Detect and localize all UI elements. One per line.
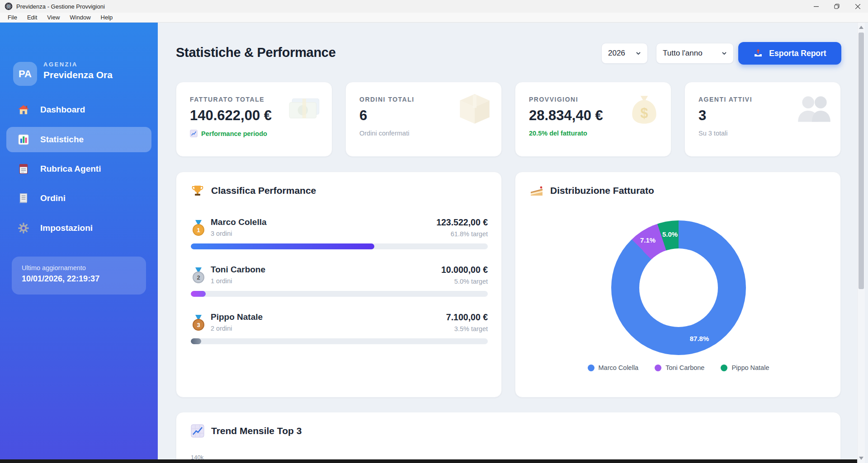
banknote-icon (286, 89, 325, 128)
package-icon (455, 89, 494, 128)
stat-card-fatturato: FATTURATO TOTALE 140.622,00 € Performanc… (176, 82, 332, 157)
restore-button[interactable] (826, 0, 847, 13)
sidebar-item-label: Statistiche (40, 135, 84, 145)
leaderboard-row: 2 Toni Carbone 1 ordini 10.000,00 € 5.0%… (191, 265, 488, 305)
stat-card-provvigioni: $ PROVVIGIONI 28.834,40 € 20.5% del fatt… (515, 82, 671, 157)
money-bag-icon: $ (625, 89, 664, 128)
window-title: Previdenza - Gestione Provvigioni (16, 3, 105, 10)
last-update-value: 10/01/2026, 22:19:37 (22, 274, 136, 284)
stat-sub: Su 3 totali (698, 130, 827, 137)
gold-medal-icon: 1 (192, 220, 205, 238)
sidebar-item-statistiche[interactable]: Statistiche (6, 127, 151, 152)
svg-text:$: $ (640, 105, 648, 121)
sidebar-item-label: Rubrica Agenti (40, 164, 101, 174)
chart-up-icon (191, 424, 204, 438)
legend-item: Marco Colella (588, 364, 639, 371)
sidebar: PA AGENZIA Previdenza Ora Dashboard Stat… (0, 23, 158, 463)
scroll-up-arrow[interactable] (859, 26, 863, 29)
progress-fill (191, 291, 206, 297)
export-report-button[interactable]: Esporta Report (738, 42, 841, 65)
menu-help[interactable]: Help (96, 13, 118, 23)
sidebar-item-ordini[interactable]: Ordini (6, 186, 151, 211)
chart-up-icon (190, 130, 198, 137)
last-update-label: Ultimo aggiornamento (22, 264, 136, 271)
menubar: File Edit View Window Help (0, 13, 868, 23)
cake-icon (530, 184, 543, 197)
stat-sub: Ordini confermati (359, 130, 488, 137)
agent-orders: 3 ordini (211, 230, 232, 237)
distribution-panel: Distribuzione Fatturato 87.8% 7.1% 5.0% … (515, 172, 841, 398)
receipt-icon (18, 192, 29, 204)
trend-title: Trend Mensile Top 3 (191, 424, 302, 438)
sidebar-item-rubrica-agenti[interactable]: Rubrica Agenti (6, 156, 151, 182)
donut-hole (639, 248, 718, 327)
silver-medal-icon: 2 (192, 267, 205, 285)
scrollbar[interactable] (857, 23, 865, 463)
minimize-button[interactable] (806, 0, 826, 13)
avatar: PA (13, 62, 37, 86)
sidebar-item-dashboard[interactable]: Dashboard (6, 97, 151, 122)
scroll-thumb[interactable] (859, 33, 864, 289)
progress-fill (191, 243, 374, 249)
legend-dot (655, 365, 661, 371)
last-update-box: Ultimo aggiornamento 10/01/2026, 22:19:3… (12, 257, 146, 295)
sidebar-item-impostazioni[interactable]: Impostazioni (6, 215, 151, 241)
legend-item: Toni Carbone (655, 364, 704, 371)
leaderboard-row: 1 Marco Colella 3 ordini 123.522,00 € 61… (191, 217, 488, 258)
card-index-icon (18, 163, 29, 175)
trophy-icon (191, 184, 204, 197)
agent-name: Marco Colella (211, 217, 267, 227)
leaderboard-title: Classifica Performance (191, 184, 316, 197)
agent-amount: 10.000,00 € (441, 265, 488, 275)
legend-dot (588, 365, 594, 371)
stat-card-agenti: AGENTI ATTIVI 3 Su 3 totali (684, 82, 841, 157)
progress-bar (191, 243, 488, 249)
agent-target: 61.8% target (451, 230, 488, 238)
distribution-title: Distribuzione Fatturato (530, 184, 654, 197)
chart-legend: Marco Colella Toni Carbone Pippo Natale (515, 364, 841, 371)
sidebar-item-label: Dashboard (40, 105, 85, 115)
bottom-strip (0, 459, 857, 463)
page-title: Statistiche & Performance (176, 45, 336, 60)
close-button[interactable] (847, 0, 868, 13)
slice-label-green: 5.0% (662, 230, 678, 238)
stat-sub: 20.5% del fatturato (529, 130, 657, 137)
people-icon (794, 89, 833, 128)
titlebar: Previdenza - Gestione Provvigioni (0, 0, 868, 13)
bronze-medal-icon: 3 (192, 315, 205, 333)
gear-icon (18, 222, 29, 234)
agent-name: Pippo Natale (211, 312, 263, 322)
menu-window[interactable]: Window (65, 13, 95, 23)
chevron-down-icon (722, 51, 727, 55)
menu-view[interactable]: View (42, 13, 65, 23)
agency-label: AGENZIA (43, 61, 78, 68)
year-select-value: 2026 (608, 49, 625, 58)
trend-panel: Trend Mensile Top 3 140k (176, 412, 841, 463)
slice-label-blue: 87.8% (690, 335, 709, 342)
agent-name: Toni Carbone (211, 265, 265, 275)
agent-orders: 2 ordini (211, 325, 232, 332)
agent-target: 5.0% target (454, 278, 488, 285)
progress-bar (191, 291, 488, 297)
bar-chart-icon (18, 134, 29, 145)
chevron-down-icon (636, 51, 641, 55)
menu-edit[interactable]: Edit (22, 13, 42, 23)
stat-sub: Performance periodo (190, 130, 318, 137)
agent-amount: 7.100,00 € (446, 312, 488, 323)
period-select[interactable]: Tutto l'anno (656, 43, 734, 64)
agent-target: 3.5% target (454, 325, 488, 332)
slice-label-purple: 7.1% (640, 236, 656, 244)
scroll-down-arrow[interactable] (859, 457, 863, 460)
menu-file[interactable]: File (3, 13, 22, 23)
progress-bar (191, 338, 488, 344)
export-report-label: Esporta Report (769, 49, 826, 58)
period-select-value: Tutto l'anno (663, 49, 703, 58)
year-select[interactable]: 2026 (601, 43, 648, 64)
home-icon (18, 104, 29, 116)
stat-card-ordini: ORDINI TOTALI 6 Ordini confermati (345, 82, 502, 157)
progress-fill (191, 338, 201, 344)
app-icon (5, 2, 13, 10)
legend-item: Pippo Natale (721, 364, 769, 371)
sidebar-item-label: Impostazioni (40, 223, 93, 233)
agency-name: Previdenza Ora (43, 70, 113, 80)
